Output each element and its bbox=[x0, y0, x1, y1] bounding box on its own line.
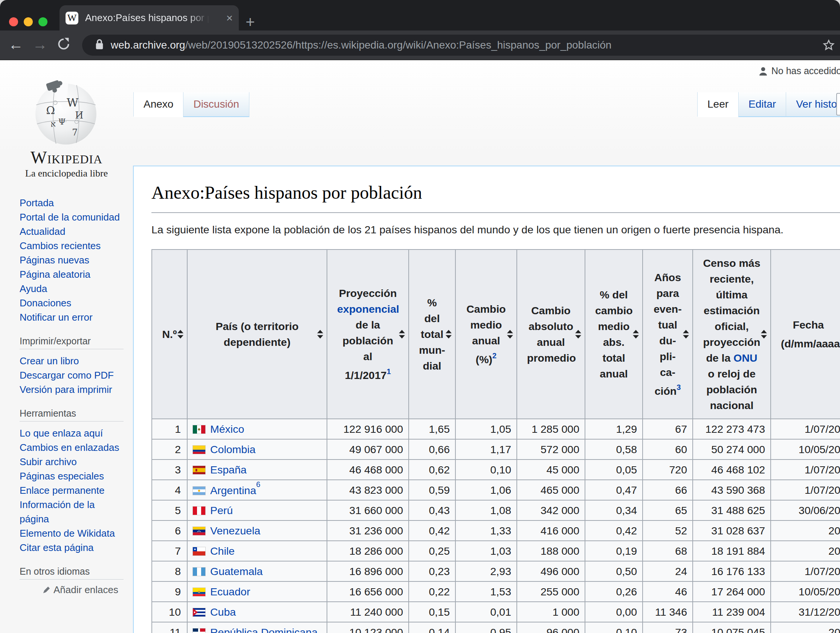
forward-button[interactable]: → bbox=[32, 36, 47, 53]
sort-icon[interactable] bbox=[761, 330, 767, 339]
header-avg-annual-change[interactable]: Cambio medio anual (%)2 bbox=[455, 249, 517, 419]
search-input[interactable] bbox=[836, 93, 840, 115]
header-census[interactable]: Censo más reciente, última estimación of… bbox=[693, 249, 771, 419]
country-link[interactable]: Chile bbox=[210, 545, 235, 557]
sort-icon[interactable] bbox=[683, 330, 689, 339]
sort-icon[interactable] bbox=[575, 330, 581, 339]
country-link[interactable]: España bbox=[210, 464, 247, 476]
sidebar-item-link[interactable]: Cambios en enlazadas bbox=[20, 442, 119, 453]
tab-anexo[interactable]: Anexo bbox=[133, 92, 183, 117]
country-link[interactable]: Cuba bbox=[210, 606, 236, 618]
sidebar-item-link[interactable]: Portal de la comunidad bbox=[20, 211, 120, 223]
sidebar-item-link[interactable]: Crear un libro bbox=[20, 355, 79, 367]
sidebar-item[interactable]: Donaciones bbox=[20, 296, 123, 310]
country-link[interactable]: Colombia bbox=[210, 443, 256, 455]
tab-discusión[interactable]: Discusión bbox=[183, 92, 249, 117]
sidebar-item[interactable]: Lo que enlaza aquí bbox=[20, 426, 123, 440]
wikipedia-wordmark[interactable]: Wikipedia bbox=[0, 148, 133, 167]
sidebar-item[interactable]: Subir archivo bbox=[20, 455, 123, 469]
sidebar-item-link[interactable]: Página aleatoria bbox=[20, 269, 90, 280]
back-button[interactable]: ← bbox=[8, 36, 23, 53]
header-doubling-years[interactable]: Años para even- tual du- pli- ca- ción3 bbox=[643, 249, 693, 419]
sidebar-item-link[interactable]: Donaciones bbox=[20, 297, 71, 309]
login-status-label[interactable]: No has accedido bbox=[771, 66, 840, 76]
header-projection[interactable]: Proyección exponencial de la población a… bbox=[327, 249, 409, 419]
sort-icon[interactable] bbox=[633, 330, 639, 339]
sidebar-item[interactable]: Información de la página bbox=[20, 498, 123, 526]
sidebar-item[interactable]: Cambios recientes bbox=[20, 239, 123, 253]
onu-link[interactable]: ONU bbox=[733, 352, 757, 364]
footnote-ref[interactable]: 6 bbox=[256, 480, 260, 488]
country-link[interactable]: Perú bbox=[210, 504, 233, 516]
new-tab-button[interactable]: + bbox=[246, 14, 255, 30]
footnote-ref[interactable]: 3 bbox=[677, 383, 681, 391]
sidebar-item-link[interactable]: Ayuda bbox=[20, 283, 47, 294]
sidebar-item[interactable]: Crear un libro bbox=[20, 354, 123, 368]
sort-icon[interactable] bbox=[317, 330, 323, 339]
footnote-ref[interactable]: 2 bbox=[492, 351, 496, 360]
tab-ver-historial[interactable]: Ver historial bbox=[786, 92, 840, 117]
header-country[interactable]: País (o territorio dependiente) bbox=[187, 249, 327, 419]
header-rank[interactable]: N.º bbox=[152, 249, 187, 419]
close-window-button[interactable] bbox=[9, 17, 18, 26]
sidebar-item[interactable]: Cambios en enlazadas bbox=[20, 440, 123, 455]
wikipedia-globe-logo[interactable]: W Ω И א 7 Ψ bbox=[32, 77, 100, 148]
browser-tab[interactable]: W Anexo:Países hispanos por pobla × bbox=[60, 5, 239, 30]
sidebar-item[interactable]: Ayuda bbox=[20, 282, 123, 296]
country-link[interactable]: Guatemala bbox=[210, 565, 262, 577]
sidebar-item[interactable]: Página aleatoria bbox=[20, 267, 123, 282]
tab-close-icon[interactable]: × bbox=[226, 13, 233, 24]
rank-cell: 2 bbox=[152, 439, 187, 460]
add-links-button[interactable]: Añadir enlaces bbox=[20, 584, 123, 596]
sidebar-item[interactable]: Notificar un error bbox=[20, 310, 123, 324]
sidebar-item-link[interactable]: Versión para imprimir bbox=[20, 384, 112, 395]
sidebar-item[interactable]: Elemento de Wikidata bbox=[20, 526, 123, 540]
sort-icon[interactable] bbox=[507, 330, 513, 339]
sidebar-item[interactable]: Portada bbox=[20, 196, 123, 210]
footnote-ref[interactable]: 1 bbox=[387, 367, 391, 376]
sidebar-item-link[interactable]: Portada bbox=[20, 197, 54, 208]
sidebar-item[interactable]: Páginas especiales bbox=[20, 469, 123, 483]
header-date[interactable]: Fecha (d/mm/aaaa)4 bbox=[771, 249, 840, 419]
address-bar[interactable]: web.archive.org/web/20190513202526/https… bbox=[82, 35, 840, 56]
country-link[interactable]: República Dominicana bbox=[210, 626, 317, 633]
sidebar-item[interactable]: Páginas nuevas bbox=[20, 253, 123, 267]
reload-button[interactable] bbox=[57, 37, 71, 55]
header-abs-annual-change[interactable]: Cambio absoluto anual promedio bbox=[517, 249, 585, 419]
country-link[interactable]: Venezuela bbox=[210, 524, 260, 537]
exponencial-link[interactable]: exponencial bbox=[337, 303, 399, 315]
sidebar-item-link[interactable]: Enlace permanente bbox=[20, 485, 104, 496]
bookmark-star-icon[interactable] bbox=[822, 38, 835, 54]
sort-icon[interactable] bbox=[399, 330, 405, 339]
header-pct-abs-change[interactable]: % del cambio medio abs. total anual bbox=[585, 249, 643, 419]
sidebar-item-link[interactable]: Citar esta página bbox=[20, 542, 94, 553]
sidebar-item-link[interactable]: Cambios recientes bbox=[20, 240, 101, 251]
sidebar-item-link[interactable]: Información de la página bbox=[20, 499, 95, 524]
sidebar-item[interactable]: Descargar como PDF bbox=[20, 368, 123, 383]
country-link[interactable]: Argentina bbox=[210, 484, 256, 496]
sidebar-item[interactable]: Versión para imprimir bbox=[20, 383, 123, 397]
sidebar-item-link[interactable]: Páginas nuevas bbox=[20, 254, 89, 266]
sidebar-item-link[interactable]: Elemento de Wikidata bbox=[20, 528, 115, 539]
sidebar-item-link[interactable]: Subir archivo bbox=[20, 456, 77, 468]
sidebar-item-link[interactable]: Páginas especiales bbox=[20, 471, 104, 482]
tab-leer[interactable]: Leer bbox=[697, 92, 738, 117]
tab-editar[interactable]: Editar bbox=[738, 92, 786, 117]
sidebar-item-link[interactable]: Descargar como PDF bbox=[20, 370, 114, 381]
country-link[interactable]: México bbox=[210, 423, 244, 435]
sidebar-item-link[interactable]: Actualidad bbox=[20, 226, 65, 237]
sidebar-item[interactable]: Portal de la comunidad bbox=[20, 210, 123, 224]
sort-icon[interactable] bbox=[177, 330, 183, 339]
sidebar-item[interactable]: Actualidad bbox=[20, 224, 123, 239]
personal-bar[interactable]: No has accedido bbox=[758, 66, 840, 76]
country-link[interactable]: Ecuador bbox=[210, 586, 250, 598]
sidebar-item[interactable]: Enlace permanente bbox=[20, 483, 123, 498]
header-pct-world[interactable]: % del total mun- dial bbox=[409, 249, 455, 419]
minimize-window-button[interactable] bbox=[24, 17, 33, 26]
sidebar-item[interactable]: Citar esta página bbox=[20, 540, 123, 555]
zoom-window-button[interactable] bbox=[38, 17, 47, 26]
sidebar-item-link[interactable]: Notificar un error bbox=[20, 312, 93, 323]
lock-icon[interactable] bbox=[95, 39, 104, 52]
sidebar-item-link[interactable]: Lo que enlaza aquí bbox=[20, 428, 103, 439]
sort-icon[interactable] bbox=[445, 330, 452, 339]
